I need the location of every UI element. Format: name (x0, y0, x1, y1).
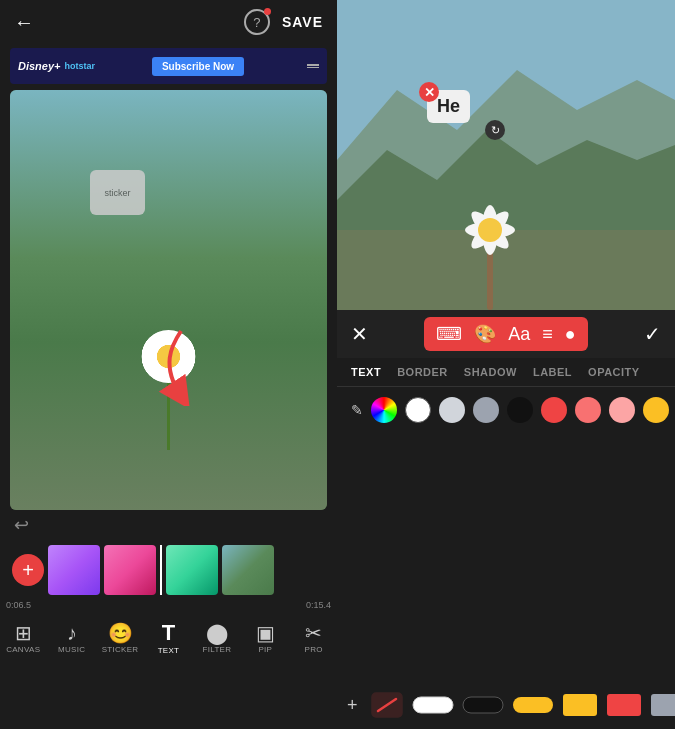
video-background: sticker (10, 90, 327, 510)
tool-sticker[interactable]: 😊 STICKER (97, 619, 143, 658)
spacer (337, 433, 675, 681)
save-button[interactable]: SAVE (282, 14, 323, 30)
text-tool-group: ⌨ 🎨 Aa ≡ ● (424, 317, 587, 351)
text-icon: T (162, 622, 175, 644)
tab-opacity[interactable]: OPACITY (588, 366, 640, 378)
video-sticker: sticker (90, 170, 145, 215)
color-swatch-lightgray[interactable] (439, 397, 465, 423)
timeline-thumb-3[interactable] (166, 545, 218, 595)
palette-edit-button[interactable]: ✎ (351, 397, 363, 423)
sticker-icon: 😊 (108, 623, 133, 643)
timeline-start-time: 0:06.5 (6, 600, 31, 610)
timeline-thumb-1[interactable] (48, 545, 100, 595)
shape-pill-white[interactable] (412, 696, 454, 714)
tab-shadow[interactable]: SHADOW (464, 366, 517, 378)
timeline-times: 0:06.5 0:15.4 (0, 600, 337, 610)
tool-music[interactable]: ♪ MUSIC (48, 619, 94, 658)
timeline-thumb-2[interactable] (104, 545, 156, 595)
tool-canvas[interactable]: ⊞ CANVAS (0, 619, 46, 658)
gradient-color-swatch[interactable] (371, 397, 397, 423)
tool-text[interactable]: T TEXT (145, 618, 191, 659)
arrow-annotation (151, 326, 211, 410)
text-label: TEXT (158, 646, 180, 655)
text-edit-toolbar: ✕ ⌨ 🎨 Aa ≡ ● ✓ (337, 310, 675, 358)
pro-icon: ✂ (305, 623, 322, 643)
color-swatch-lightred[interactable] (575, 397, 601, 423)
header-right: ? SAVE (244, 9, 323, 35)
svg-rect-13 (413, 697, 453, 713)
style-button[interactable]: ● (565, 324, 576, 345)
text-options-tabs: TEXT BORDER SHADOW LABEL OPACITY (337, 358, 675, 387)
keyboard-tool-button[interactable]: ⌨ (436, 323, 462, 345)
ad-logo: Disney+ hotstar (18, 60, 95, 72)
add-shape-button[interactable]: + (347, 695, 358, 716)
timeline-end-time: 0:15.4 (306, 600, 331, 610)
text-confirm-button[interactable]: ✓ (644, 322, 661, 346)
subscribe-button[interactable]: Subscribe Now (152, 57, 244, 76)
shapes-strip: + (337, 681, 675, 729)
help-notification-dot (264, 8, 271, 15)
svg-point-10 (478, 218, 502, 242)
color-swatch-salmon[interactable] (609, 397, 635, 423)
color-wheel-button[interactable]: 🎨 (474, 323, 496, 345)
tab-border[interactable]: BORDER (397, 366, 448, 378)
color-palette: ✎ (337, 387, 675, 433)
disney-logo: Disney+ (18, 60, 61, 72)
ad-close-button[interactable] (307, 64, 319, 68)
sticker-label: STICKER (102, 645, 139, 654)
ad-banner: Disney+ hotstar Subscribe Now (10, 48, 327, 84)
right-video-preview: He ✕ ↻ (337, 0, 675, 310)
svg-rect-17 (607, 694, 641, 716)
svg-rect-18 (651, 694, 675, 716)
svg-rect-15 (513, 697, 553, 713)
tab-label[interactable]: LABEL (533, 366, 572, 378)
tool-pro[interactable]: ✂ PRO (291, 619, 337, 658)
pip-label: PIP (258, 645, 272, 654)
shape-rect-red[interactable] (606, 693, 642, 717)
color-swatch-amber[interactable] (643, 397, 669, 423)
delete-sticker-button[interactable]: ✕ (419, 82, 439, 102)
undo-redo-bar: ↩ (0, 510, 337, 540)
right-panel: He ✕ ↻ ✕ ⌨ 🎨 Aa ≡ ● ✓ TEXT BORDER SHADOW… (337, 0, 675, 729)
left-header: ← ? SAVE (0, 0, 337, 44)
color-swatch-red[interactable] (541, 397, 567, 423)
help-button[interactable]: ? (244, 9, 270, 35)
text-edit-close-button[interactable]: ✕ (351, 322, 368, 346)
video-preview: sticker (10, 90, 327, 510)
bottom-toolbar: ⊞ CANVAS ♪ MUSIC 😊 STICKER T TEXT ⬤ FILT… (0, 614, 337, 663)
music-label: MUSIC (58, 645, 85, 654)
back-button[interactable]: ← (14, 11, 34, 34)
tool-filter[interactable]: ⬤ FILTER (194, 619, 240, 658)
canvas-label: CANVAS (6, 645, 40, 654)
timeline-strip: + (0, 540, 337, 600)
color-swatch-black[interactable] (507, 397, 533, 423)
undo-button[interactable]: ↩ (14, 514, 29, 536)
shape-pill-yellow[interactable] (512, 696, 554, 714)
timeline-cursor (160, 545, 162, 595)
add-clip-button[interactable]: + (12, 554, 44, 586)
color-swatch-white[interactable] (405, 397, 431, 423)
help-icon: ? (253, 15, 260, 30)
filter-label: FILTER (203, 645, 232, 654)
canvas-icon: ⊞ (15, 623, 32, 643)
svg-rect-16 (563, 694, 597, 716)
music-icon: ♪ (67, 623, 77, 643)
color-swatch-gray[interactable] (473, 397, 499, 423)
text-sticker-content: He (437, 96, 460, 117)
shape-rect-gray[interactable] (650, 693, 675, 717)
align-button[interactable]: ≡ (542, 324, 553, 345)
shape-pill-black[interactable] (462, 696, 504, 714)
hotstar-text: hotstar (65, 61, 96, 71)
tab-text[interactable]: TEXT (351, 366, 381, 378)
left-panel: ← ? SAVE Disney+ hotstar Subscribe Now s… (0, 0, 337, 729)
pip-icon: ▣ (256, 623, 275, 643)
shape-rect-yellow[interactable] (562, 693, 598, 717)
shape-slash[interactable] (370, 691, 404, 719)
tool-pip[interactable]: ▣ PIP (242, 619, 288, 658)
pro-label: PRO (305, 645, 323, 654)
timeline-thumb-4[interactable] (222, 545, 274, 595)
filter-icon: ⬤ (206, 623, 228, 643)
rotate-sticker-handle[interactable]: ↻ (485, 120, 505, 140)
svg-rect-14 (463, 697, 503, 713)
font-selector-button[interactable]: Aa (508, 324, 530, 345)
